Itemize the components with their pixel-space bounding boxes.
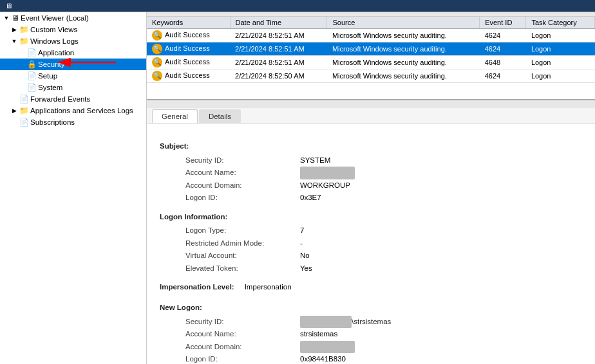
events-table: KeywordsDate and TimeSourceEvent IDTask … (147, 17, 595, 83)
detail-field-row: Logon ID:0x98441B830 (160, 353, 582, 364)
panel-header (147, 12, 595, 17)
tab-details[interactable]: Details (199, 109, 241, 123)
audit-icon: 🔍 (152, 71, 162, 81)
field-label: Logon Type: (185, 224, 295, 237)
detail-field-row: Virtual Account:No (160, 250, 582, 262)
section-title: Subject: (160, 140, 582, 153)
cell-event-id: 4624 (480, 29, 526, 42)
expander-icon: ▼ (10, 38, 18, 44)
sidebar-item-app-services-logs[interactable]: ▶📁Applications and Services Logs (0, 105, 146, 116)
section-title: Logon Information: (160, 211, 582, 224)
title-bar: 🖥 (0, 0, 595, 12)
field-label: Elevated Token: (185, 262, 295, 275)
cell-datetime: 2/21/2024 8:52:50 AM (230, 69, 327, 83)
cell-source: Microsoft Windows security auditing. (327, 69, 480, 83)
title-bar-icon: 🖥 (5, 2, 12, 10)
table-row[interactable]: 🔍Audit Success2/21/2024 8:52:50 AMMicros… (147, 69, 595, 83)
tree-icon: 📄 (27, 83, 37, 92)
tree-icon: 📁 (19, 25, 29, 34)
expander-icon: ▶ (10, 26, 18, 33)
cell-datetime: 2/21/2024 8:52:51 AM (230, 29, 327, 42)
field-value: ████████\strsistemas (300, 316, 391, 329)
cell-event-id: 4624 (480, 42, 526, 56)
sidebar-item-application[interactable]: 📄Application (0, 47, 146, 59)
cell-datetime: 2/21/2024 8:52:51 AM (230, 56, 327, 69)
field-label: Account Domain: (185, 341, 295, 354)
field-label: Account Name: (185, 167, 295, 179)
tree-label: Subscriptions (30, 118, 144, 126)
events-table-container: KeywordsDate and TimeSourceEvent IDTask … (147, 17, 595, 100)
field-label: Logon ID: (185, 192, 295, 205)
detail-field-row: Restricted Admin Mode:- (160, 237, 582, 250)
detail-section: New Logon:Security ID:████████\strsistem… (160, 302, 582, 364)
column-header-task-category: Task Category (526, 17, 595, 29)
cell-task-category: Logon (526, 42, 595, 56)
cell-keyword: 🔍Audit Success (147, 29, 230, 42)
tree-icon: 📁 (19, 106, 29, 115)
tree-label: Security (38, 60, 144, 68)
expander-icon: ▶ (10, 107, 18, 114)
field-label: Account Domain: (185, 179, 295, 192)
field-value: strsistemas (300, 328, 337, 341)
field-value: Yes (300, 262, 312, 275)
expander-icon: ▼ (3, 15, 10, 21)
tree-icon: 📄 (19, 95, 29, 104)
cell-event-id: 4624 (480, 69, 526, 83)
field-value: 0x98441B830 (300, 353, 346, 364)
detail-sections: Subject:Security ID:SYSTEMAccount Name:█… (160, 140, 582, 364)
detail-field-row: Account Name:██████████ (160, 167, 582, 179)
detail-section: Subject:Security ID:SYSTEMAccount Name:█… (160, 140, 582, 205)
table-row[interactable]: 🔍Audit Success2/21/2024 8:52:51 AMMicros… (147, 42, 595, 56)
field-value: 0x3E7 (300, 192, 321, 205)
tab-general[interactable]: General (152, 109, 198, 123)
tree-label: System (38, 84, 144, 91)
field-value: - (300, 237, 303, 250)
table-header-row: KeywordsDate and TimeSourceEvent IDTask … (147, 17, 595, 29)
tree-label: Event Viewer (Local) (21, 14, 144, 22)
tree-icon: 📄 (19, 118, 29, 127)
tree-label: Setup (38, 72, 144, 80)
field-value: WORKGROUP (300, 179, 350, 192)
sidebar-item-event-viewer-local[interactable]: ▼🖥Event Viewer (Local) (0, 12, 146, 24)
field-label: Account Name: (185, 328, 295, 341)
detail-field-row: Account Domain:WORKGROUP (160, 179, 582, 192)
cell-source: Microsoft Windows security auditing. (327, 56, 480, 69)
field-label: Security ID: (185, 154, 295, 167)
sidebar-item-forwarded-events[interactable]: 📄Forwarded Events (0, 93, 146, 105)
detail-field-row: Security ID:SYSTEM (160, 154, 582, 167)
table-row[interactable]: 🔍Audit Success2/21/2024 8:52:51 AMMicros… (147, 29, 595, 42)
right-panel: KeywordsDate and TimeSourceEvent IDTask … (147, 12, 595, 364)
detail-field-row: Elevated Token:Yes (160, 262, 582, 275)
detail-header (147, 100, 595, 107)
detail-field-row: Logon Type:7 (160, 224, 582, 237)
tree-icon: 📄 (27, 71, 37, 80)
sidebar-item-windows-logs[interactable]: ▼📁Windows Logs (0, 35, 146, 47)
table-row[interactable]: 🔍Audit Success2/21/2024 8:52:51 AMMicros… (147, 56, 595, 69)
sidebar-item-setup[interactable]: 📄Setup (0, 70, 146, 82)
sidebar-item-subscriptions[interactable]: 📄Subscriptions (0, 116, 146, 128)
audit-icon: 🔍 (152, 30, 162, 41)
field-value: 7 (300, 224, 304, 237)
tree-label: Applications and Services Logs (30, 107, 144, 114)
main-layout: ▼🖥Event Viewer (Local)▶📁Custom Views▼📁Wi… (0, 12, 595, 364)
table-body: 🔍Audit Success2/21/2024 8:52:51 AMMicros… (147, 29, 595, 83)
cell-task-category: Logon (526, 69, 595, 83)
tree-icon: 🔒 (27, 60, 37, 69)
cell-source: Microsoft Windows security auditing. (327, 29, 480, 42)
sidebar-item-system[interactable]: 📄System (0, 82, 146, 93)
detail-section: Logon Information:Logon Type:7Restricted… (160, 211, 582, 275)
tabs-bar: GeneralDetails (147, 107, 595, 123)
field-label: Virtual Account: (185, 250, 295, 262)
detail-panel: GeneralDetails Subject:Security ID:SYSTE… (147, 100, 595, 364)
section-title: New Logon: (160, 302, 582, 314)
sidebar-item-security[interactable]: 🔒Security (0, 59, 146, 70)
section-title: Impersonation Level: (160, 281, 234, 294)
audit-icon: 🔍 (152, 57, 162, 68)
detail-field-row: Logon ID:0x3E7 (160, 192, 582, 205)
field-value: SYSTEM (300, 154, 330, 167)
cell-event-id: 4648 (480, 56, 526, 69)
detail-content: Subject:Security ID:SYSTEMAccount Name:█… (147, 123, 595, 364)
field-label: Security ID: (185, 316, 295, 329)
tree-icon: 🖥 (12, 14, 19, 23)
sidebar-item-custom-views[interactable]: ▶📁Custom Views (0, 24, 146, 35)
